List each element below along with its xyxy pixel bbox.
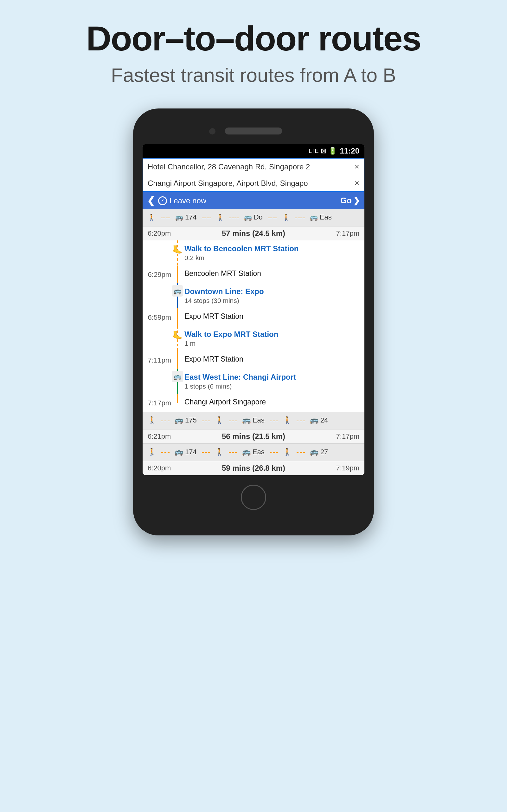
lte-icon: LTE [308, 148, 319, 154]
r3-bus-icon: 🚌 [175, 448, 183, 456]
route1-tabs: 🚶 🚌 174 🚶 🚌 Do 🚶 🚌 Eas [143, 209, 364, 226]
bus-icon-1: 🚌 [175, 213, 183, 221]
walk-to-expo-link[interactable]: Walk to Expo MRT Station [184, 330, 278, 339]
r2-tab-eas[interactable]: 🚌 Eas [237, 412, 270, 429]
r2-mrt-icon: 🚌 [242, 416, 250, 424]
tab-div-1 [161, 217, 170, 218]
go-arrow: ❯ [353, 196, 360, 206]
r2-div2 [202, 420, 210, 421]
page-header: Door–to–door routes Fastest transit rout… [55, 0, 452, 99]
tab-div-3 [229, 217, 239, 218]
tab-walk-3[interactable]: 🚶 [277, 210, 295, 226]
timeline-item-expo2: 7:11pm Expo MRT Station [143, 351, 364, 369]
timeline-line8 [177, 394, 178, 403]
walk-icon-3: 🚶 [282, 213, 290, 221]
tab-div-4 [268, 217, 277, 218]
r3-tab-eas[interactable]: 🚌 Eas [237, 444, 270, 461]
r3-walk-icon-2: 🚶 [215, 448, 224, 456]
search-from-clear[interactable]: × [354, 162, 359, 171]
mrt-icon-do: 🚌 [244, 213, 252, 221]
timeline-body-changi: Changi Airport Singapore [181, 394, 364, 412]
nav-row: ❮ Leave now Go ❯ [143, 192, 364, 209]
tab-div-5 [295, 217, 305, 218]
route2-tabs: 🚶 🚌 175 🚶 🚌 Eas 🚶 🚌 24 [143, 412, 364, 429]
timeline-time-empty4 [143, 369, 174, 394]
r2-tab-175[interactable]: 🚌 175 [170, 412, 202, 429]
phone-camera [209, 128, 216, 135]
r2-tab-walk-2[interactable]: 🚶 [210, 412, 229, 429]
page-title: Door–to–door routes [86, 19, 421, 57]
search-to-row[interactable]: Changi Airport Singapore, Airport Blvd, … [143, 175, 364, 191]
r3-tab-27[interactable]: 🚌 27 [305, 444, 333, 461]
walk-dist-1: 0.2 km [184, 254, 360, 262]
r2-div3 [229, 420, 237, 421]
search-to-clear[interactable]: × [354, 178, 359, 188]
tab-walk-2[interactable]: 🚶 [211, 210, 229, 226]
timeline-col1: 🦶 [174, 241, 181, 265]
search-to-text: Changi Airport Singapore, Airport Blvd, … [148, 179, 352, 188]
battery-icon: 🔋 [328, 147, 337, 155]
r3-tab-walk-3[interactable]: 🚶 [278, 444, 297, 461]
timeline-item-walk1: 🦶 Walk to Bencoolen MRT Station 0.2 km [143, 241, 364, 265]
r2-div5 [297, 420, 305, 421]
timeline-col4 [174, 308, 181, 326]
timeline-body-downtown: Downtown Line: Expo 14 stops (30 mins) [181, 283, 364, 308]
route3-arrive: 7:19pm [331, 464, 359, 472]
tab-do-label: Do [254, 213, 263, 221]
r2-tab-24[interactable]: 🚌 24 [305, 412, 333, 429]
timeline-body-ewl: East West Line: Changi Airport 1 stops (… [181, 369, 364, 394]
tab-eas[interactable]: 🚌 Eas [305, 209, 337, 226]
home-button[interactable] [241, 485, 266, 510]
route1-timeline: 🦶 Walk to Bencoolen MRT Station 0.2 km 6… [143, 241, 364, 412]
r2-tab-walk-1[interactable]: 🚶 [143, 412, 161, 429]
ewl-link[interactable]: East West Line: Changi Airport [184, 373, 296, 381]
route1-duration: 57 mins (24.5 km) [176, 229, 331, 238]
timeline-time-empty2 [143, 283, 174, 308]
phone-speaker [225, 128, 282, 135]
route3-time-row: 6:20pm 59 mins (26.8 km) 7:19pm [143, 461, 364, 475]
timeline-body-expo2: Expo MRT Station [181, 351, 364, 369]
r2-eas-label: Eas [252, 416, 265, 424]
r3-tab-174[interactable]: 🚌 174 [170, 444, 202, 461]
nav-prev-arrow[interactable]: ❮ [147, 195, 155, 206]
r2-tab-walk-3[interactable]: 🚶 [278, 412, 297, 429]
timeline-item-ewl: 🚌 East West Line: Changi Airport 1 stops… [143, 369, 364, 394]
r3-27-label: 27 [320, 448, 328, 456]
clock-icon [158, 196, 167, 205]
tab-do[interactable]: 🚌 Do [239, 209, 268, 226]
r3-tab-walk-2[interactable]: 🚶 [210, 444, 229, 461]
timeline-body-expo1: Expo MRT Station [181, 308, 364, 326]
r2-div4 [270, 420, 278, 421]
r3-bus-icon2: 🚌 [310, 448, 319, 456]
walk-feet-icon-1: 🦶 [172, 245, 182, 255]
timeline-body-walk1: Walk to Bencoolen MRT Station 0.2 km [181, 241, 364, 265]
timeline-time-expo1: 6:59pm [143, 308, 174, 326]
timeline-item-bencoolen: 6:29pm Bencoolen MRT Station [143, 265, 364, 283]
timeline-col8 [174, 394, 181, 412]
r2-24-label: 24 [320, 416, 328, 424]
search-container: Hotel Chancellor, 28 Cavenagh Rd, Singap… [143, 158, 364, 192]
timeline-time-empty3 [143, 326, 174, 351]
search-from-row[interactable]: Hotel Chancellor, 28 Cavenagh Rd, Singap… [143, 159, 364, 175]
leave-now-btn[interactable]: Leave now [155, 196, 340, 205]
page-subtitle: Fastest transit routes from A to B [86, 64, 421, 86]
tab-bus-174[interactable]: 🚌 174 [170, 209, 202, 226]
route3-depart: 6:20pm [148, 464, 176, 472]
timeline-item-changi: 7:17pm Changi Airport Singapore [143, 394, 364, 412]
timeline-line6 [177, 351, 178, 369]
walk-to-bencoolen-link[interactable]: Walk to Bencoolen MRT Station [184, 244, 298, 253]
route1-arrive: 7:17pm [331, 229, 359, 238]
tab-eas-label: Eas [320, 213, 332, 221]
r3-div3 [229, 452, 237, 453]
timeline-time-bencoolen: 6:29pm [143, 265, 174, 283]
r3-tab-walk-1[interactable]: 🚶 [143, 444, 161, 461]
r2-bus-icon2: 🚌 [310, 416, 319, 424]
mrt-icon-eas: 🚌 [310, 213, 318, 221]
go-button[interactable]: Go ❯ [340, 196, 360, 206]
downtown-line-link[interactable]: Downtown Line: Expo [184, 287, 264, 296]
r2-bus-icon: 🚌 [175, 416, 183, 424]
r3-div1 [161, 452, 170, 453]
r3-div4 [270, 452, 278, 453]
tab-walk-1[interactable]: 🚶 [143, 210, 161, 226]
r3-div2 [202, 452, 210, 453]
